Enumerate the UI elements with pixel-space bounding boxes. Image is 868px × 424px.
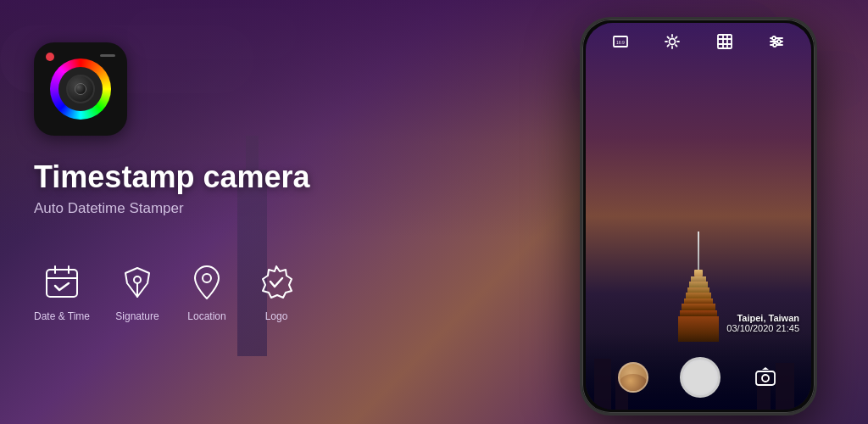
svg-line-15 bbox=[676, 45, 677, 47]
ts-datetime-text: 03/10/2020 21:45 bbox=[726, 323, 799, 333]
svg-point-6 bbox=[203, 274, 211, 282]
map-pin-icon bbox=[185, 259, 229, 304]
features-row: Date & Time Signature Location bbox=[34, 259, 432, 322]
tower-seg-4 bbox=[686, 293, 711, 298]
feature-date-time: Date & Time bbox=[34, 259, 90, 322]
feature-logo: Logo bbox=[254, 259, 298, 322]
phone-screen: 16:9 bbox=[586, 23, 811, 410]
app-icon bbox=[34, 42, 127, 136]
phone-camera-bottom-bar bbox=[586, 357, 811, 398]
feature-location-label: Location bbox=[187, 310, 225, 322]
aspect-ratio-icon: 16:9 bbox=[611, 32, 630, 51]
shutter-button[interactable] bbox=[680, 357, 721, 398]
feature-location: Location bbox=[185, 259, 229, 322]
feature-logo-label: Logo bbox=[265, 310, 288, 322]
grid-icon bbox=[715, 32, 734, 51]
svg-point-30 bbox=[762, 375, 769, 382]
check-badge-icon bbox=[254, 259, 298, 304]
camera-switch-icon[interactable] bbox=[752, 364, 779, 391]
phone-camera-top-bar: 16:9 bbox=[586, 23, 811, 60]
svg-point-27 bbox=[777, 40, 781, 43]
app-subtitle: Auto Datetime Stamper bbox=[34, 200, 432, 217]
camera-lens bbox=[50, 59, 111, 120]
icon-dash bbox=[100, 54, 115, 57]
app-title: Timestamp camera bbox=[34, 159, 432, 195]
svg-line-16 bbox=[676, 37, 677, 39]
ts-location-text: Taipei, Taiwan bbox=[726, 313, 799, 323]
settings-sliders-icon bbox=[767, 32, 786, 51]
feature-date-time-label: Date & Time bbox=[34, 310, 90, 322]
svg-point-4 bbox=[134, 276, 141, 283]
lens-core bbox=[66, 75, 95, 103]
calendar-check-icon bbox=[40, 259, 84, 304]
tower-top bbox=[694, 270, 703, 276]
feature-signature-label: Signature bbox=[115, 310, 159, 322]
timestamp-overlay: Taipei, Taiwan 03/10/2020 21:45 bbox=[726, 313, 799, 333]
brightness-icon bbox=[663, 32, 682, 51]
shutter-inner bbox=[684, 361, 716, 393]
left-content-area: Timestamp camera Auto Datetime Stamper D… bbox=[34, 0, 432, 424]
svg-point-28 bbox=[773, 43, 776, 47]
tower-seg-2 bbox=[689, 282, 708, 287]
svg-text:16:9: 16:9 bbox=[616, 40, 625, 45]
inner-ring bbox=[58, 67, 103, 111]
feature-signature: Signature bbox=[115, 259, 159, 322]
lens-pupil bbox=[75, 83, 86, 95]
phone-mockup: 16:9 bbox=[580, 17, 817, 416]
svg-rect-0 bbox=[47, 270, 77, 297]
tower-antenna bbox=[698, 232, 699, 270]
svg-line-14 bbox=[668, 37, 670, 39]
svg-rect-18 bbox=[718, 35, 732, 48]
icon-red-dot bbox=[46, 53, 54, 61]
pen-nib-icon bbox=[115, 259, 159, 304]
svg-point-26 bbox=[772, 36, 776, 40]
svg-point-9 bbox=[670, 39, 676, 45]
svg-rect-29 bbox=[756, 371, 775, 385]
svg-line-17 bbox=[668, 45, 670, 47]
gallery-thumbnail[interactable] bbox=[618, 362, 648, 393]
